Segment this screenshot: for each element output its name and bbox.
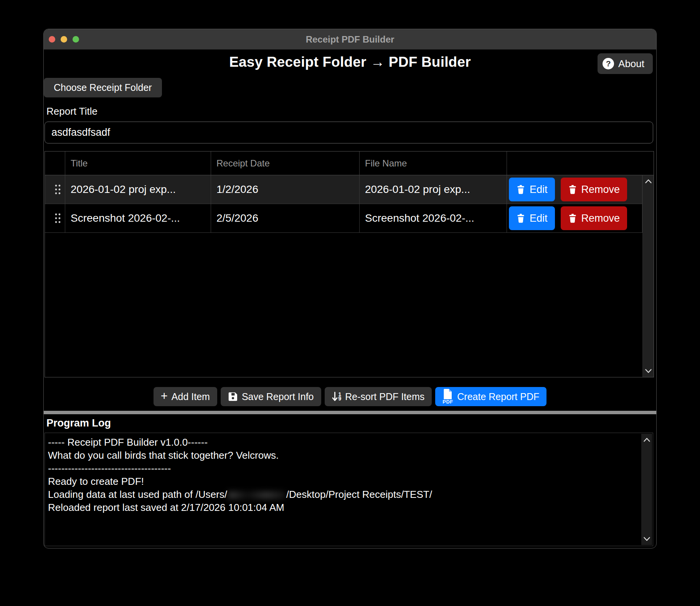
minimize-button[interactable]: [61, 36, 67, 43]
trash-icon: [516, 185, 525, 194]
log-scrollbar[interactable]: [641, 434, 652, 545]
grip-icon: [54, 212, 61, 224]
row-file-cell: 2026-01-02 proj exp...: [360, 175, 507, 204]
title-column-header: Title: [65, 152, 211, 175]
create-report-pdf-button[interactable]: PDF Create Report PDF: [435, 387, 546, 406]
question-icon: ?: [603, 58, 614, 69]
trash-icon: [516, 214, 525, 223]
drag-handle[interactable]: [45, 175, 65, 204]
pane-splitter[interactable]: [44, 411, 656, 414]
table-row: Screenshot 2026-02-... 2/5/2026 Screensh…: [45, 204, 642, 233]
remove-button[interactable]: Remove: [561, 206, 627, 230]
choose-receipt-folder-button[interactable]: Choose Receipt Folder: [44, 78, 162, 97]
chevron-down-icon[interactable]: [645, 369, 652, 374]
log-line: Ready to create PDF!: [48, 475, 636, 488]
program-log-heading: Program Log: [46, 417, 656, 429]
row-title-cell: 2026-01-02 proj exp...: [65, 175, 211, 204]
trash-icon: [568, 214, 577, 223]
sort-num-bottom: 9: [338, 397, 342, 401]
pdf-icon-text: PDF: [442, 399, 453, 405]
redacted-username: [228, 492, 286, 499]
add-item-button[interactable]: + Add Item: [154, 387, 217, 406]
table-scrollbar[interactable]: [642, 175, 654, 377]
edit-label: Edit: [530, 184, 548, 196]
log-line: -------------------------------------: [48, 462, 636, 475]
close-button[interactable]: [49, 36, 55, 43]
grip-column-header: [45, 152, 65, 175]
edit-label: Edit: [530, 212, 548, 224]
report-title-label: Report Title: [46, 105, 656, 117]
grip-icon: [54, 184, 61, 195]
log-line: What do you call birds that stick togeth…: [48, 449, 636, 462]
about-button[interactable]: ? About: [598, 53, 653, 74]
page-title: Easy Receipt Folder → PDF Builder: [44, 49, 656, 70]
table-header-row: Title Receipt Date File Name: [45, 152, 654, 175]
log-line: ----- Receipt PDF Builder v1.0.0------: [48, 436, 636, 449]
titlebar: Receipt PDF Builder: [44, 29, 656, 49]
trash-icon: [568, 185, 577, 194]
remove-label: Remove: [581, 184, 620, 196]
edit-button[interactable]: Edit: [509, 206, 555, 230]
create-report-pdf-label: Create Report PDF: [457, 391, 539, 402]
app-window: Receipt PDF Builder Easy Receipt Folder …: [43, 29, 657, 548]
row-title-cell: Screenshot 2026-02-...: [65, 204, 211, 232]
report-title-input[interactable]: [45, 122, 653, 143]
items-table: Title Receipt Date File Name 2026-01-02 …: [45, 151, 654, 377]
resort-pdf-items-label: Re-sort PDF Items: [345, 391, 424, 402]
save-report-info-label: Save Report Info: [242, 391, 314, 402]
row-date-cell: 1/2/2026: [211, 175, 360, 204]
actions-bar: + Add Item Save Report Info 1 9: [44, 387, 656, 406]
save-icon: [228, 392, 238, 402]
actions-column-header: [507, 152, 654, 175]
row-date-cell: 2/5/2026: [211, 204, 360, 232]
header: Easy Receipt Folder → PDF Builder ? Abou…: [44, 49, 656, 78]
row-file-cell: Screenshot 2026-02-...: [360, 204, 507, 232]
about-label: About: [618, 58, 644, 70]
pdf-file-icon: PDF: [442, 389, 453, 405]
remove-button[interactable]: Remove: [561, 178, 627, 201]
date-column-header: Receipt Date: [211, 152, 360, 175]
sort-numeric-icon: 1 9: [332, 391, 342, 402]
zoom-button[interactable]: [73, 36, 79, 43]
log-line: Reloaded report last saved at 2/17/2026 …: [48, 501, 636, 514]
table-body: 2026-01-02 proj exp... 1/2/2026 2026-01-…: [45, 175, 642, 377]
window-title: Receipt PDF Builder: [306, 34, 395, 45]
edit-button[interactable]: Edit: [509, 178, 555, 201]
table-row: 2026-01-02 proj exp... 1/2/2026 2026-01-…: [45, 175, 642, 204]
plus-icon: +: [161, 390, 168, 402]
row-actions-cell: Edit Remove: [507, 204, 642, 232]
add-item-label: Add Item: [172, 391, 210, 402]
chevron-down-icon[interactable]: [643, 537, 650, 542]
log-line: Loading data at last used path of /Users…: [48, 488, 636, 501]
resort-pdf-items-button[interactable]: 1 9 Re-sort PDF Items: [325, 387, 432, 406]
file-column-header: File Name: [360, 152, 507, 175]
drag-handle[interactable]: [45, 204, 65, 232]
row-actions-cell: Edit Remove: [507, 175, 642, 204]
chevron-up-icon[interactable]: [645, 179, 652, 184]
remove-label: Remove: [581, 212, 620, 224]
save-report-info-button[interactable]: Save Report Info: [221, 387, 321, 406]
program-log[interactable]: ----- Receipt PDF Builder v1.0.0------ W…: [45, 433, 653, 546]
chevron-up-icon[interactable]: [643, 437, 650, 442]
traffic-lights: [49, 29, 79, 49]
